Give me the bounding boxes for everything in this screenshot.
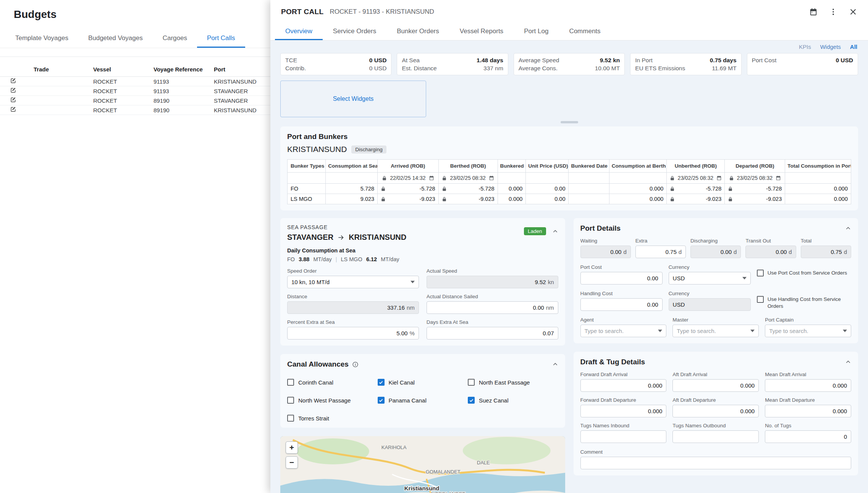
tugs-names-inbound-input[interactable]: [580, 430, 667, 443]
no-of-tugs-input[interactable]: 0: [765, 430, 851, 443]
consumption-at-sea-cell[interactable]: 9.023: [326, 194, 378, 204]
consumption-at-berth-cell[interactable]: 0.000: [609, 184, 667, 194]
collapse-chevron-icon[interactable]: [552, 228, 558, 234]
total-consumption-in-port-cell[interactable]: 0.000: [785, 184, 851, 194]
collapse-chevron-icon[interactable]: [845, 359, 851, 365]
berthed-rob-cell[interactable]: -5.728: [438, 184, 498, 194]
canal-panama-canal[interactable]: Panama Canal: [378, 397, 468, 404]
lock-icon[interactable]: [381, 186, 386, 191]
table-row[interactable]: ROCKET 89190 STAVANGER: [0, 96, 271, 105]
bunker-type-cell[interactable]: LS MGO: [288, 194, 326, 204]
total-consumption-in-port-cell[interactable]: 0.000: [785, 194, 851, 204]
table-row[interactable]: ROCKET 89190 KRISTIANSUND: [0, 105, 271, 115]
table-row[interactable]: ROCKET 91193 STAVANGER: [0, 86, 271, 96]
checkbox[interactable]: [287, 397, 294, 404]
lock-icon[interactable]: [442, 197, 447, 202]
port-cost-input[interactable]: 0.00: [580, 272, 663, 284]
arrived-rob-cell[interactable]: -5.728: [378, 184, 438, 194]
lock-icon[interactable]: [442, 186, 447, 191]
currency-select[interactable]: USD: [669, 272, 751, 284]
unberthed-rob-cell[interactable]: -9.023: [667, 194, 725, 204]
zoom-in-button[interactable]: +: [286, 441, 298, 454]
link-widgets[interactable]: Widgets: [820, 44, 841, 50]
collapse-chevron-icon[interactable]: [845, 225, 851, 231]
edit-icon[interactable]: [10, 78, 16, 84]
mean-draft-departure-input[interactable]: 0.000: [765, 405, 851, 417]
bunkered-date-cell[interactable]: [569, 184, 609, 194]
extra-input[interactable]: 0.75d: [635, 246, 686, 258]
tab-port-calls[interactable]: Port Calls: [197, 30, 245, 48]
tab-comments[interactable]: Comments: [559, 24, 611, 40]
checkbox[interactable]: [468, 379, 475, 386]
comment-input[interactable]: [580, 457, 852, 469]
edit-icon[interactable]: [10, 97, 16, 103]
checkbox[interactable]: [287, 379, 294, 386]
checkbox[interactable]: [468, 397, 475, 404]
edit-icon[interactable]: [10, 87, 16, 94]
bunker-type-cell[interactable]: FO: [288, 184, 326, 194]
unberthed-date-cell[interactable]: 23/02/25 08:32: [667, 173, 725, 184]
bunkered-date-cell[interactable]: [569, 194, 609, 204]
master-select[interactable]: Type to search.: [672, 325, 759, 337]
tab-template-voyages[interactable]: Template Voyages: [5, 30, 78, 48]
close-icon[interactable]: [849, 8, 857, 16]
unit-price-cell[interactable]: 0.00: [526, 194, 569, 204]
canal-north-east-passage[interactable]: North East Passage: [468, 379, 558, 386]
tab-bunker-orders[interactable]: Bunker Orders: [386, 24, 449, 40]
tab-port-log[interactable]: Port Log: [514, 24, 559, 40]
collapse-chevron-icon[interactable]: [552, 361, 558, 367]
berthed-date-cell[interactable]: 23/02/25 08:32: [438, 173, 498, 184]
departed-date-cell[interactable]: 23/02/25 08:32: [725, 173, 785, 184]
departed-rob-cell[interactable]: -9.023: [725, 194, 785, 204]
canal-suez-canal[interactable]: Suez Canal: [468, 397, 558, 404]
lock-icon[interactable]: [728, 197, 733, 202]
canal-torres-strait[interactable]: Torres Strait: [287, 415, 378, 422]
arrived-rob-cell[interactable]: -9.023: [378, 194, 438, 204]
tab-budgeted-voyages[interactable]: Budgeted Voyages: [78, 30, 153, 48]
zoom-out-button[interactable]: −: [286, 456, 298, 469]
percent-extra-at-sea-input[interactable]: 5.00 %: [287, 327, 419, 339]
canal-north-west-passage[interactable]: North West Passage: [287, 397, 378, 404]
aft-draft-departure-input[interactable]: 0.000: [672, 405, 759, 417]
select-widgets-button[interactable]: Select Widgets: [280, 81, 426, 117]
checkbox[interactable]: [757, 296, 764, 303]
unit-price-cell[interactable]: 0.00: [526, 184, 569, 194]
canal-kiel-canal[interactable]: Kiel Canal: [378, 379, 468, 386]
arrived-date-cell[interactable]: 22/02/25 14:32: [378, 173, 438, 184]
drag-handle[interactable]: [561, 121, 578, 123]
checkbox[interactable]: [287, 415, 294, 422]
canal-corinth-canal[interactable]: Corinth Canal: [287, 379, 378, 386]
tab-overview[interactable]: Overview: [275, 24, 323, 40]
use-handling-cost-checkbox[interactable]: Use Handling Cost from Service Orders: [757, 291, 851, 310]
map[interactable]: KARIHOLA DALE GOMALANDET Kristiansund NO…: [280, 436, 565, 493]
checkbox[interactable]: [378, 379, 385, 386]
calendar-icon[interactable]: [809, 8, 818, 16]
link-kpis[interactable]: KPIs: [799, 44, 811, 50]
departed-rob-cell[interactable]: -5.728: [725, 184, 785, 194]
link-all[interactable]: All: [850, 44, 857, 50]
consumption-at-berth-cell[interactable]: 0.000: [609, 194, 667, 204]
checkbox[interactable]: [378, 397, 385, 404]
forward-draft-departure-input[interactable]: 0.000: [580, 405, 667, 417]
mean-draft-arrival-input[interactable]: 0.000: [765, 379, 851, 392]
checkbox[interactable]: [757, 270, 764, 276]
map-section[interactable]: + −: [280, 436, 565, 493]
lock-icon[interactable]: [670, 197, 675, 202]
port-captain-select[interactable]: Type to search.: [765, 325, 851, 337]
tab-vessel-reports[interactable]: Vessel Reports: [449, 24, 514, 40]
actual-distance-sailed-input[interactable]: 0.00 nm: [427, 301, 558, 314]
lock-icon[interactable]: [381, 197, 386, 202]
tugs-names-outbound-input[interactable]: [672, 430, 759, 443]
agent-select[interactable]: Type to search.: [580, 325, 667, 337]
days-extra-at-sea-input[interactable]: 0.07: [427, 327, 558, 339]
aft-draft-arrival-input[interactable]: 0.000: [672, 379, 759, 392]
forward-draft-arrival-input[interactable]: 0.000: [580, 379, 667, 392]
kebab-menu-icon[interactable]: [829, 8, 837, 16]
handling-cost-input[interactable]: 0.00: [580, 298, 663, 311]
bunkered-cell[interactable]: 0.000: [498, 184, 526, 194]
tab-cargoes[interactable]: Cargoes: [153, 30, 197, 48]
lock-icon[interactable]: [728, 186, 733, 191]
table-row[interactable]: ROCKET 91193 KRISTIANSUND: [0, 77, 271, 86]
lock-icon[interactable]: [670, 186, 675, 191]
edit-icon[interactable]: [10, 106, 16, 113]
